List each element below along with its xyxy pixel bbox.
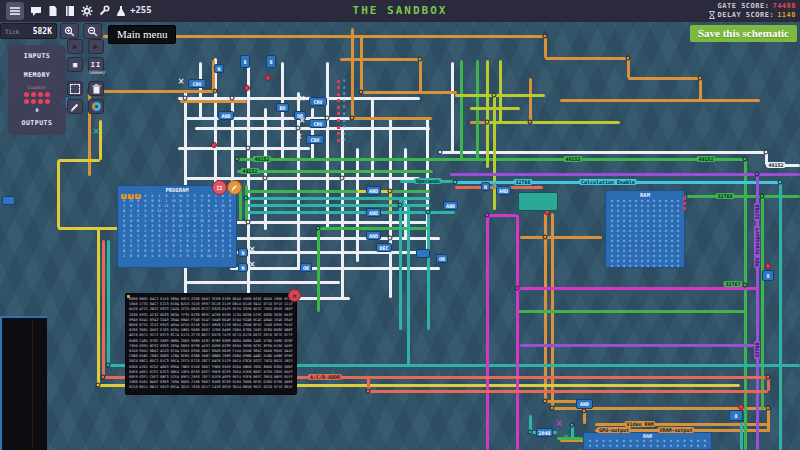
xor-gate-icon[interactable]: ×: [178, 78, 185, 86]
wire-junction[interactable]: [359, 90, 364, 95]
wire[interactable]: [516, 215, 519, 450]
wire[interactable]: [180, 100, 247, 103]
wire[interactable]: [544, 36, 547, 58]
component-8[interactable]: 8: [762, 270, 774, 281]
xor-gate-icon[interactable]: ×: [299, 95, 306, 103]
wire[interactable]: [476, 60, 479, 160]
xor-gate-icon[interactable]: ×: [563, 434, 570, 442]
program-run-button[interactable]: II: [212, 180, 227, 195]
wire[interactable]: [58, 159, 100, 162]
wire-junction[interactable]: [755, 172, 760, 177]
wire-junction[interactable]: [743, 283, 748, 288]
component-cnv[interactable]: CNV: [306, 135, 324, 144]
step-button[interactable]: ▶: [67, 39, 83, 54]
wire[interactable]: [97, 228, 100, 385]
xor-gate-icon[interactable]: ×: [249, 261, 256, 269]
hex-memory-viewer[interactable]: × 00000B0104C201A3580400F522060A073C0801…: [125, 293, 297, 395]
wire[interactable]: [520, 344, 757, 347]
wire[interactable]: [486, 60, 489, 168]
component-and[interactable]: AND: [443, 201, 458, 210]
wire-junction[interactable]: [418, 57, 423, 62]
component-n[interactable]: N: [238, 263, 248, 272]
wire[interactable]: [451, 62, 454, 152]
wire-junction[interactable]: [106, 363, 111, 368]
xor-gate-icon[interactable]: ×: [299, 117, 306, 125]
wire[interactable]: [487, 121, 620, 124]
wire-junction[interactable]: [438, 150, 443, 155]
xor-gate-icon[interactable]: ×: [556, 420, 563, 428]
wire-junction[interactable]: [246, 146, 251, 151]
wire[interactable]: [499, 60, 502, 122]
wire-junction[interactable]: [96, 383, 101, 388]
ram-memory-box[interactable]: RAM 000000000000000000000000000000000000…: [605, 190, 685, 268]
wire[interactable]: [360, 36, 363, 92]
wire-junction[interactable]: [316, 226, 321, 231]
wire-junction[interactable]: [101, 375, 106, 380]
wire-junction[interactable]: [582, 409, 587, 414]
wire[interactable]: [557, 437, 583, 440]
component-or[interactable]: OR: [436, 254, 448, 263]
delete-tool-button[interactable]: [88, 81, 104, 96]
wire-junction[interactable]: [492, 93, 497, 98]
component-cnv[interactable]: CNV: [188, 79, 206, 88]
wire-junction[interactable]: [760, 194, 765, 199]
wire-junction[interactable]: [570, 423, 575, 428]
wire[interactable]: [103, 90, 215, 93]
wire-junction[interactable]: [766, 406, 771, 411]
program-edit-button[interactable]: [227, 180, 242, 195]
zoom-out-button[interactable]: [83, 23, 102, 39]
component-block[interactable]: [416, 249, 430, 258]
close-icon[interactable]: ×: [288, 289, 301, 302]
wire[interactable]: [407, 205, 410, 364]
wire-junction[interactable]: [244, 196, 249, 201]
wire-junction[interactable]: [778, 180, 783, 185]
wire[interactable]: [247, 190, 430, 193]
wire-junction[interactable]: [426, 210, 431, 215]
component-n[interactable]: N: [238, 248, 248, 257]
wire-junction[interactable]: [388, 189, 393, 194]
wire[interactable]: [544, 213, 547, 401]
wire[interactable]: [102, 240, 105, 377]
color-wheel-button[interactable]: [88, 99, 104, 114]
wire-junction[interactable]: [485, 213, 490, 218]
wire[interactable]: [779, 182, 782, 450]
wire[interactable]: [487, 214, 517, 217]
component-8[interactable]: 8: [266, 55, 276, 68]
wire[interactable]: [419, 59, 422, 92]
wire-junction[interactable]: [698, 76, 703, 81]
wire[interactable]: [245, 185, 248, 220]
wire-junction[interactable]: [543, 34, 548, 39]
wire-junction[interactable]: [743, 157, 748, 162]
wire-junction[interactable]: [340, 176, 345, 181]
save-schematic-button[interactable]: Save this schematic: [690, 25, 797, 42]
wire-junction[interactable]: [528, 430, 533, 435]
wire[interactable]: [470, 107, 520, 110]
component-n[interactable]: N: [481, 182, 490, 191]
program-memory-box[interactable]: PROGRAM 00084102140340102013040611502070…: [117, 185, 237, 268]
wire[interactable]: [368, 390, 768, 393]
wire[interactable]: [767, 408, 770, 432]
zoom-in-button[interactable]: [60, 23, 79, 39]
wire[interactable]: [627, 58, 630, 78]
wire[interactable]: [545, 400, 578, 403]
wire-junction[interactable]: [366, 389, 371, 394]
wire-junction[interactable]: [528, 120, 533, 125]
wire-junction[interactable]: [213, 89, 218, 94]
component-and[interactable]: AND: [366, 186, 381, 195]
component-cnv[interactable]: CNV: [309, 97, 327, 106]
xor-gate-icon[interactable]: ×: [491, 182, 498, 190]
wire[interactable]: [352, 117, 432, 120]
xor-gate-icon[interactable]: ×: [249, 246, 256, 254]
component-dec[interactable]: DEC: [376, 243, 392, 252]
component-and[interactable]: AND: [576, 399, 593, 409]
component-n[interactable]: N: [214, 64, 224, 73]
wire[interactable]: [520, 236, 602, 239]
component-8[interactable]: 8: [729, 410, 743, 421]
component-and[interactable]: AND: [496, 186, 511, 195]
wire-junction[interactable]: [550, 406, 555, 411]
stop-button[interactable]: ■: [67, 57, 83, 72]
run-button[interactable]: ▶: [88, 39, 104, 54]
component-and[interactable]: AND: [366, 208, 381, 217]
xor-gate-icon[interactable]: ×: [401, 199, 408, 207]
wire[interactable]: [440, 151, 766, 154]
